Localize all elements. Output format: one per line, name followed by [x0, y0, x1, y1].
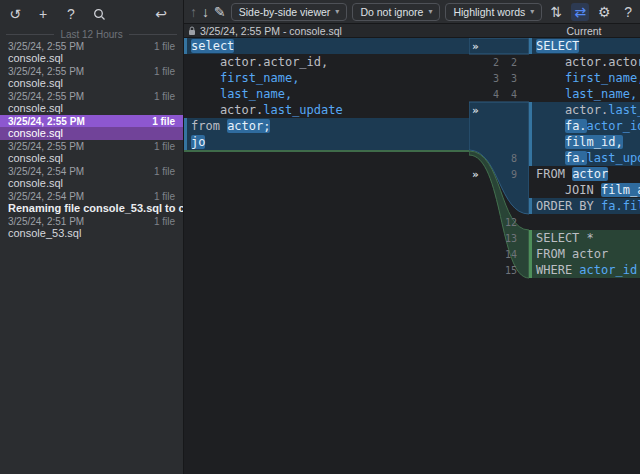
code-line: fa.last_update	[529, 150, 640, 166]
right-line-number: 2	[499, 57, 517, 68]
entry-filename: console.sql	[0, 177, 183, 190]
entry-filename: console_53.sql	[0, 227, 183, 240]
entry-file-count: 1 file	[154, 166, 175, 177]
gutter-rows: »223344»8»912131415	[469, 38, 529, 278]
gutter-row: 33	[469, 70, 529, 86]
history-entry-top: 3/25/24, 2:55 PM1 file	[0, 65, 183, 77]
history-entry-top: 3/25/24, 2:55 PM1 file	[0, 90, 183, 102]
help-icon[interactable]: ?	[619, 3, 637, 21]
next-change-icon[interactable]: ↓	[202, 3, 209, 21]
code-line: first_name,	[184, 70, 469, 86]
code-line: film_id,	[529, 134, 640, 150]
history-entry[interactable]: 3/25/24, 2:55 PM1 fileconsole.sql	[0, 115, 183, 140]
code-line: actor.last_update,	[529, 102, 640, 118]
code-line: actor.actor_id,	[184, 54, 469, 70]
apply-change-chevron-icon[interactable]: »	[469, 104, 483, 117]
diff-word-highlight: film_id,	[565, 135, 623, 149]
history-entry-top: 3/25/24, 2:55 PM1 file	[0, 40, 183, 52]
entry-file-count: 1 file	[152, 116, 175, 127]
code-line: fa.actor_id,	[529, 118, 640, 134]
search-icon[interactable]	[90, 5, 108, 23]
viewer-mode-dropdown[interactable]: Side-by-side viewer▾	[231, 3, 348, 21]
code-line: FROM actor	[529, 246, 640, 262]
sync-scrolling-icon[interactable]: ⇄	[571, 3, 589, 21]
history-entry[interactable]: 3/25/24, 2:55 PM1 fileconsole.sql	[0, 90, 183, 115]
code-line: actor.actor_id,	[529, 54, 640, 70]
code-line: first_name,	[529, 70, 640, 86]
history-entry[interactable]: 3/25/24, 2:54 PM1 fileconsole.sql	[0, 165, 183, 190]
help-icon[interactable]: ?	[62, 5, 80, 23]
apply-change-chevron-icon[interactable]: »	[469, 40, 483, 53]
left-line-number: 4	[483, 89, 499, 100]
code-line: SELECT *	[529, 230, 640, 246]
right-line-number: 13	[499, 233, 517, 244]
edit-icon[interactable]: ✎	[214, 3, 226, 21]
pane-headers: 3/25/24, 2:55 PM - console.sql Current	[184, 24, 640, 38]
undo-icon[interactable]: ↩	[152, 5, 170, 23]
collapse-unchanged-icon[interactable]: ⇅	[547, 3, 565, 21]
right-line-number: 8	[499, 153, 517, 164]
left-editor[interactable]: ✓ select actor.actor_id, first_name, las…	[184, 38, 469, 474]
code-line: last_name,	[184, 86, 469, 102]
gutter-row: 15	[469, 262, 529, 278]
entry-date: 3/25/24, 2:55 PM	[8, 91, 84, 102]
right-line-number: 3	[499, 73, 517, 84]
highlight-mode-dropdown[interactable]: Highlight words▾	[445, 3, 542, 21]
history-list: 3/25/24, 2:55 PM1 fileconsole.sql3/25/24…	[0, 40, 183, 474]
entry-file-count: 1 file	[154, 141, 175, 152]
right-line-number: 4	[499, 89, 517, 100]
left-line-number: 2	[483, 57, 499, 68]
code-line: ORDER BY fa.film_id	[529, 198, 640, 214]
gutter-row: »	[469, 102, 529, 118]
gutter-row: 8	[469, 150, 529, 166]
entry-date: 3/25/24, 2:55 PM	[8, 116, 85, 127]
code-line: select	[184, 38, 469, 54]
entry-file-count: 1 file	[154, 216, 175, 227]
diff-toolbar: ↑ ↓ ✎ Side-by-side viewer▾ Do not ignore…	[184, 0, 640, 24]
chevron-down-icon: ▾	[428, 7, 432, 16]
entry-date: 3/25/24, 2:55 PM	[8, 41, 84, 52]
history-entry-top: 3/25/24, 2:51 PM1 file	[0, 215, 183, 227]
apply-change-chevron-icon[interactable]: »	[469, 168, 483, 181]
history-entry-top: 3/25/24, 2:54 PM1 file	[0, 165, 183, 177]
ignore-policy-dropdown[interactable]: Do not ignore▾	[352, 3, 440, 21]
code-line: SELECT	[529, 38, 640, 54]
diff-word-highlight: select	[191, 39, 234, 53]
right-line-number: 14	[499, 249, 517, 260]
diff-word-highlight: fa.	[565, 151, 587, 165]
diff-word-highlight: jo	[191, 135, 205, 149]
create-patch-icon[interactable]: +	[34, 5, 52, 23]
diff-word-highlight: actor;	[227, 119, 270, 133]
entry-date: 3/25/24, 2:54 PM	[8, 166, 84, 177]
history-entry-top: 3/25/24, 2:55 PM1 file	[0, 140, 183, 152]
gutter-row	[469, 198, 529, 214]
right-editor[interactable]: SELECT actor.actor_id, first_name, last_…	[529, 38, 640, 474]
sidebar-toolbar: ↺ + ? ↩	[0, 0, 183, 28]
entry-date: 3/25/24, 2:55 PM	[8, 141, 84, 152]
diff-word-highlight: film_actor fa	[601, 183, 640, 197]
chevron-down-icon: ▾	[530, 7, 534, 16]
left-pane-title: 3/25/24, 2:55 PM - console.sql	[188, 24, 342, 38]
right-code: SELECT actor.actor_id, first_name, last_…	[529, 38, 640, 278]
code-line: from actor;	[184, 118, 469, 134]
code-line: actor.last_update	[184, 102, 469, 118]
history-entry[interactable]: 3/25/24, 2:54 PM1 fileRenaming file cons…	[0, 190, 183, 215]
entry-filename: console.sql	[0, 127, 183, 140]
settings-gear-icon[interactable]: ⚙	[595, 3, 613, 21]
entry-date: 3/25/24, 2:55 PM	[8, 66, 84, 77]
lock-icon	[188, 26, 196, 36]
insertion-marker	[184, 150, 469, 152]
history-entry[interactable]: 3/25/24, 2:55 PM1 fileconsole.sql	[0, 140, 183, 165]
gutter-row: 14	[469, 246, 529, 262]
gutter-row	[469, 118, 529, 134]
diff-body: ✓ select actor.actor_id, first_name, las…	[184, 38, 640, 474]
history-entry-top: 3/25/24, 2:55 PM1 file	[0, 115, 183, 127]
previous-change-icon[interactable]: ↑	[190, 3, 197, 21]
revert-icon[interactable]: ↺	[6, 5, 24, 23]
history-entry[interactable]: 3/25/24, 2:51 PM1 fileconsole_53.sql	[0, 215, 183, 240]
gutter-row	[469, 182, 529, 198]
history-sidebar: ↺ + ? ↩ Last 12 Hours 3/25/24, 2:55 PM1 …	[0, 0, 184, 474]
history-entry[interactable]: 3/25/24, 2:55 PM1 fileconsole.sql	[0, 40, 183, 65]
entry-filename: console.sql	[0, 102, 183, 115]
history-entry[interactable]: 3/25/24, 2:55 PM1 fileconsole.sql	[0, 65, 183, 90]
